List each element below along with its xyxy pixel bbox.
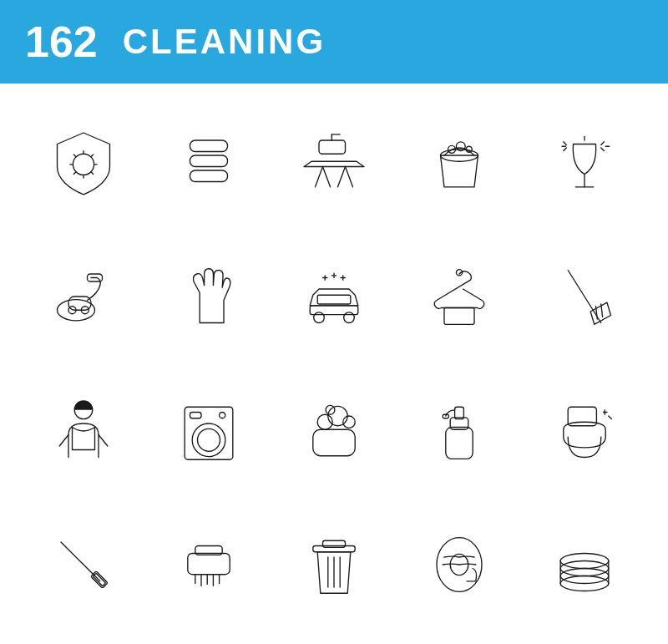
toilet-paper-icon	[401, 502, 518, 627]
svg-line-16	[346, 167, 353, 187]
svg-line-54	[99, 434, 108, 446]
svg-point-38	[314, 312, 325, 323]
svg-line-18	[338, 167, 346, 187]
svg-line-51	[601, 304, 603, 317]
svg-rect-60	[313, 429, 355, 456]
header: 162 CLEANING	[0, 0, 668, 84]
svg-rect-76	[188, 553, 230, 574]
vacuum-cleaner-icon	[25, 234, 142, 359]
svg-point-62	[328, 406, 347, 425]
scrub-brush-icon	[150, 502, 267, 627]
broom-icon	[526, 234, 643, 359]
bucket-icon	[401, 100, 518, 226]
icons-grid	[0, 84, 668, 644]
car-wash-icon	[276, 234, 392, 359]
ironing-board-icon	[276, 100, 392, 226]
svg-rect-83	[313, 545, 355, 551]
svg-line-15	[316, 167, 323, 187]
germ-shield-icon	[25, 100, 142, 226]
towels-icon	[150, 100, 267, 226]
header-title: CLEANING	[123, 22, 326, 62]
svg-line-17	[323, 167, 331, 187]
svg-line-24	[564, 142, 567, 145]
svg-line-27	[601, 142, 605, 145]
svg-line-8	[73, 172, 76, 175]
svg-rect-10	[190, 155, 228, 167]
svg-line-53	[59, 434, 68, 446]
header-number: 162	[25, 20, 98, 63]
svg-rect-58	[190, 412, 202, 418]
svg-line-6	[91, 172, 94, 175]
svg-rect-12	[319, 140, 346, 154]
svg-rect-11	[190, 170, 228, 182]
plates-icon	[526, 502, 643, 627]
washing-machine-icon	[150, 368, 267, 494]
svg-rect-9	[190, 140, 228, 152]
rubber-glove-icon	[150, 234, 267, 359]
svg-rect-65	[446, 427, 473, 459]
svg-line-72	[609, 416, 612, 419]
towel-hanger-icon	[401, 234, 518, 359]
svg-line-49	[568, 271, 601, 323]
svg-rect-40	[317, 296, 351, 305]
squeegee-icon	[25, 502, 142, 627]
svg-point-39	[344, 312, 355, 323]
cleaner-person-icon	[25, 368, 142, 494]
svg-point-57	[198, 428, 220, 451]
svg-point-59	[220, 412, 225, 418]
trash-can-icon	[276, 502, 392, 627]
soap-bubbles-icon	[276, 368, 392, 494]
soap-dispenser-icon	[401, 368, 518, 494]
svg-line-28	[601, 148, 605, 151]
clean-glass-icon	[526, 100, 643, 226]
toilet-icon	[526, 368, 643, 494]
svg-line-7	[91, 155, 94, 157]
svg-line-25	[564, 148, 567, 151]
svg-line-5	[73, 155, 76, 157]
svg-rect-48	[444, 308, 474, 325]
